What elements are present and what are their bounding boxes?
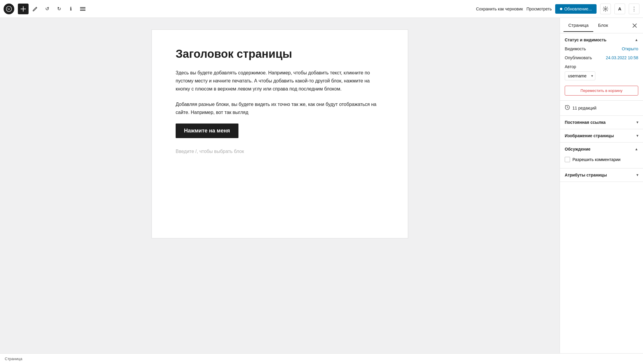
page-attributes-header[interactable]: Атрибуты страницы ▾ — [560, 168, 643, 182]
page-attributes-section: Атрибуты страницы ▾ — [560, 168, 643, 182]
author-select[interactable]: username — [565, 71, 595, 80]
allow-comments-label[interactable]: Разрешить комментарии — [572, 157, 620, 162]
sidebar-close-button[interactable] — [630, 21, 639, 30]
dots-icon: ⋮ — [631, 6, 637, 12]
status-visibility-chevron: ▲ — [635, 38, 638, 42]
page-image-chevron: ▾ — [636, 134, 638, 138]
discussion-chevron: ▲ — [635, 147, 638, 151]
allow-comments-row: Разрешить комментарии — [565, 156, 638, 163]
call-to-action-button[interactable]: Нажмите на меня — [176, 124, 238, 138]
more-options-button[interactable]: ⋮ — [629, 4, 639, 14]
sidebar-tabs: Страница Блок — [560, 18, 643, 33]
info-button[interactable]: ℹ — [65, 4, 76, 14]
plus-icon — [21, 6, 26, 12]
settings-button[interactable] — [600, 4, 611, 14]
revisions-row[interactable]: 11 редакций — [560, 101, 643, 116]
permalink-chevron: ▾ — [636, 120, 638, 124]
undo-button[interactable]: ↺ — [42, 4, 52, 14]
update-dot — [560, 8, 562, 10]
sidebar-content: Статус и видимость ▲ Видимость Открыто О… — [560, 33, 643, 364]
preview-button[interactable]: Просмотреть — [527, 7, 552, 11]
status-bar: Страница — [0, 353, 643, 364]
page-image-section: Изображение страницы ▾ — [560, 129, 643, 143]
publish-value[interactable]: 24.03.2022 10:58 — [606, 55, 638, 60]
move-to-trash-button[interactable]: Переместить в корзину — [565, 86, 638, 96]
permalink-header[interactable]: Постоянная ссылка ▾ — [560, 116, 643, 129]
redo-icon: ↻ — [57, 6, 61, 12]
close-icon — [632, 23, 637, 28]
toolbar: W ↺ ↻ ℹ Сохранить как черновик Просмотре… — [0, 0, 643, 18]
pencil-icon — [32, 6, 38, 12]
editor-area: Заголовок страницы Здесь вы будете добав… — [0, 18, 560, 364]
main-layout: Заголовок страницы Здесь вы будете добав… — [0, 18, 643, 364]
body-paragraph-1[interactable]: Здесь вы будете добавлять содержимое. На… — [176, 69, 384, 93]
permalink-title: Постоянная ссылка — [565, 120, 605, 125]
sidebar: Страница Блок Статус и видимость ▲ Видим… — [560, 18, 643, 364]
user-initial: A — [618, 6, 622, 11]
permalink-section: Постоянная ссылка ▾ — [560, 116, 643, 129]
status-bar-label: Страница — [5, 357, 22, 361]
clock-rotate-icon — [565, 105, 570, 110]
update-button[interactable]: Обновление... — [555, 4, 597, 14]
page-title[interactable]: Заголовок страницы — [176, 48, 384, 60]
edit-button[interactable] — [30, 4, 40, 14]
page-image-header[interactable]: Изображение страницы ▾ — [560, 129, 643, 142]
discussion-section: Обсуждение ▲ Разрешить комментарии — [560, 143, 643, 168]
svg-point-5 — [605, 8, 606, 10]
visibility-label: Видимость — [565, 46, 586, 51]
author-row: Автор username — [565, 64, 638, 80]
discussion-title: Обсуждение — [565, 147, 591, 151]
tab-page[interactable]: Страница — [564, 19, 593, 32]
discussion-body: Разрешить комментарии — [560, 156, 643, 168]
status-visibility-title: Статус и видимость — [565, 38, 606, 42]
author-label: Автор — [565, 64, 576, 69]
list-view-button[interactable] — [77, 4, 88, 14]
visibility-value[interactable]: Открыто — [622, 46, 638, 51]
save-draft-button[interactable]: Сохранить как черновик — [476, 7, 523, 11]
allow-comments-checkbox[interactable] — [565, 157, 570, 162]
tab-block[interactable]: Блок — [593, 19, 613, 32]
block-placeholder[interactable]: Введите /, чтобы выбрать блок — [176, 146, 384, 157]
status-visibility-section: Статус и видимость ▲ Видимость Открыто О… — [560, 33, 643, 101]
info-icon: ℹ — [70, 6, 72, 12]
status-visibility-body: Видимость Открыто Опубликовать 24.03.202… — [560, 46, 643, 100]
undo-icon: ↺ — [45, 6, 49, 12]
update-label: Обновление... — [564, 7, 592, 11]
revisions-icon — [565, 105, 570, 111]
editor-canvas: Заголовок страницы Здесь вы будете добав… — [152, 30, 408, 238]
page-attributes-title: Атрибуты страницы — [565, 173, 607, 177]
author-select-wrapper: username — [565, 71, 595, 80]
redo-button[interactable]: ↻ — [54, 4, 64, 14]
discussion-header[interactable]: Обсуждение ▲ — [560, 143, 643, 156]
toolbar-right: Сохранить как черновик Просмотреть Обнов… — [476, 4, 639, 14]
publish-label: Опубликовать — [565, 55, 592, 60]
status-visibility-header[interactable]: Статус и видимость ▲ — [560, 33, 643, 46]
publish-row: Опубликовать 24.03.2022 10:58 — [565, 55, 638, 60]
user-avatar-button[interactable]: A — [614, 4, 625, 14]
page-image-title: Изображение страницы — [565, 133, 614, 138]
visibility-row: Видимость Открыто — [565, 46, 638, 51]
wp-logo: W — [4, 4, 14, 14]
list-icon — [80, 7, 85, 11]
svg-text:W: W — [7, 7, 10, 11]
page-attributes-chevron: ▾ — [636, 173, 638, 177]
revisions-count: 11 редакций — [572, 106, 596, 110]
add-block-button[interactable] — [18, 4, 29, 14]
gear-icon — [603, 6, 608, 12]
body-paragraph-2[interactable]: Добавляя разные блоки, вы будете видеть … — [176, 100, 384, 116]
wp-logo-icon: W — [6, 6, 12, 12]
